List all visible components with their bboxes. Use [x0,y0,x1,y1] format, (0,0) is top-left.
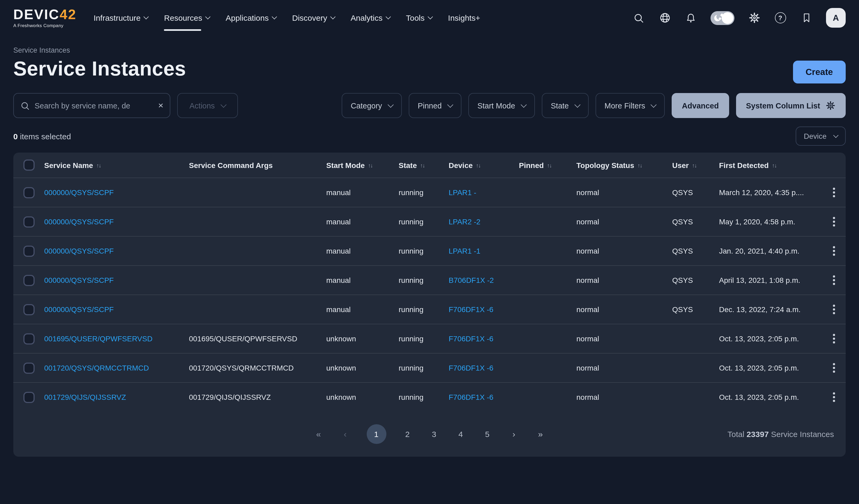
row-menu-kebab-icon[interactable] [831,332,837,346]
row-checkbox[interactable] [23,274,34,286]
dark-mode-toggle[interactable] [710,11,735,25]
system-column-list-button[interactable]: System Column List [736,93,846,118]
service-command-args: 001720/QSYS/QRMCCTRMCD [189,364,326,372]
search-box[interactable]: × [13,93,170,118]
help-icon[interactable]: ? [774,12,787,24]
clear-search-icon[interactable]: × [158,101,163,110]
device-link[interactable]: B706DF1X -2 [449,276,494,284]
col-user[interactable]: User↑↓ [672,161,719,169]
total-count: Total 23397 Service Instances [727,429,834,439]
filter-category[interactable]: Category [342,93,402,118]
nav-infrastructure[interactable]: Infrastructure [94,8,148,28]
nav-discovery[interactable]: Discovery [292,8,335,28]
pagination-page-5[interactable]: 5 [482,429,493,439]
row-checkbox[interactable] [23,304,34,315]
row-menu-kebab-icon[interactable] [831,244,837,258]
device42-logo[interactable]: DEVIC42 A Freshworks Company [13,8,77,28]
globe-icon[interactable] [658,12,671,24]
first-detected: March 12, 2020, 4:35 p.... [719,188,822,197]
pagination-last[interactable]: » [535,429,546,439]
nav-insights-plus[interactable]: Insights+ [448,8,480,28]
col-topology-status[interactable]: Topology Status↑↓ [576,161,672,169]
select-all-checkbox[interactable] [23,159,34,171]
col-pinned[interactable]: Pinned↑↓ [519,161,576,169]
nav-tools[interactable]: Tools [406,8,432,28]
breadcrumb[interactable]: Service Instances [0,36,859,54]
row-checkbox[interactable] [23,392,34,403]
filter-more-filters[interactable]: More Filters [596,93,665,118]
row-menu-kebab-icon[interactable] [831,361,837,375]
service-name-link[interactable]: 000000/QSYS/SCPF [44,305,114,314]
col-service-name[interactable]: Service Name↑↓ [44,161,189,169]
pagination-page-4[interactable]: 4 [455,429,466,439]
sort-icon[interactable]: ↑↓ [692,162,696,168]
sort-icon[interactable]: ↑↓ [420,162,424,168]
row-checkbox[interactable] [23,245,34,256]
device-column-dropdown[interactable]: Device [796,127,846,146]
row-checkbox[interactable] [23,333,34,344]
sort-icon[interactable]: ↑↓ [96,162,101,168]
row-checkbox[interactable] [23,216,34,227]
col-first-detected[interactable]: First Detected↑↓ [719,161,822,169]
row-checkbox[interactable] [23,362,34,374]
search-icon[interactable] [632,12,645,24]
filter-pinned[interactable]: Pinned [409,93,462,118]
filter-start-mode[interactable]: Start Mode [468,93,535,118]
row-menu-kebab-icon[interactable] [831,303,837,316]
device-link[interactable]: F706DF1X -6 [449,364,493,372]
page-header: Service Instances Create [0,54,859,83]
device-link[interactable]: F706DF1X -6 [449,393,493,401]
nav-applications[interactable]: Applications [226,8,276,28]
state: running [398,393,449,401]
device-link[interactable]: LPAR1 - [449,188,476,197]
service-name-link[interactable]: 000000/QSYS/SCPF [44,247,114,255]
col-start-mode[interactable]: Start Mode↑↓ [326,161,398,169]
col-state[interactable]: State↑↓ [398,161,449,169]
advanced-button[interactable]: Advanced [672,93,729,118]
create-button[interactable]: Create [793,61,846,83]
device-link[interactable]: LPAR2 -2 [449,218,480,226]
device-link[interactable]: LPAR1 -1 [449,247,480,255]
service-name-link[interactable]: 000000/QSYS/SCPF [44,276,114,284]
state: running [398,247,449,255]
row-menu-kebab-icon[interactable] [831,273,837,287]
user-avatar[interactable]: A [826,8,846,28]
notifications-bell-icon[interactable] [684,12,697,24]
user: QSYS [672,218,719,226]
sort-icon[interactable]: ↑↓ [368,162,373,168]
device-link[interactable]: F706DF1X -6 [449,334,493,343]
service-name-link[interactable]: 001720/QSYS/QRMCCTRMCD [44,364,149,372]
sort-icon[interactable]: ↑↓ [547,162,552,168]
row-menu-kebab-icon[interactable] [831,391,837,404]
table-row: 000000/QSYS/SCPF manual running LPAR1 - … [13,177,846,207]
state: running [398,188,449,197]
device-link[interactable]: F706DF1X -6 [449,305,493,314]
pagination-page-1[interactable]: 1 [366,424,386,444]
pagination-page-3[interactable]: 3 [429,429,439,439]
search-input[interactable] [34,101,153,110]
actions-dropdown[interactable]: Actions [177,93,238,118]
nav-resources[interactable]: Resources [164,8,210,28]
service-name-link[interactable]: 000000/QSYS/SCPF [44,188,114,197]
col-device[interactable]: Device↑↓ [449,161,519,169]
filter-state[interactable]: State [542,93,589,118]
topology-status: normal [576,218,672,226]
row-checkbox[interactable] [23,187,34,198]
sort-icon[interactable]: ↑↓ [476,162,480,168]
row-menu-kebab-icon[interactable] [831,186,837,199]
pagination-prev[interactable]: ‹ [340,429,350,439]
sort-icon[interactable]: ↑↓ [637,162,642,168]
service-name-link[interactable]: 001695/QUSER/QPWFSERVSD [44,334,152,343]
pagination-page-2[interactable]: 2 [402,429,413,439]
state: running [398,334,449,343]
sort-icon[interactable]: ↑↓ [772,162,777,168]
pagination-next[interactable]: › [509,429,519,439]
bookmark-icon[interactable] [800,12,813,24]
nav-analytics[interactable]: Analytics [350,8,390,28]
service-name-link[interactable]: 001729/QIJS/QIJSSRVZ [44,393,126,401]
pagination-first[interactable]: « [313,429,324,439]
row-menu-kebab-icon[interactable] [831,215,837,229]
settings-gear-icon[interactable] [748,12,760,24]
chevron-down-icon [144,14,149,19]
service-name-link[interactable]: 000000/QSYS/SCPF [44,218,114,226]
